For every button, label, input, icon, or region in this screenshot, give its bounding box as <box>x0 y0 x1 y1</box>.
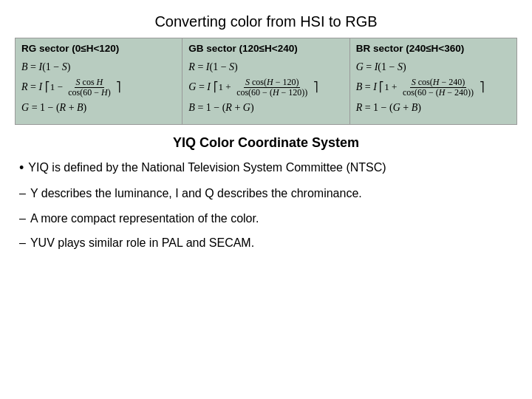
sector-br-formulas: G = I(1 − S) B = I ⎡1 + S cos(H − 240) c… <box>356 58 511 117</box>
yiq-bullet-1-text: YIQ is defined by the National Televisio… <box>28 158 386 177</box>
yiq-dash-2: – A more compact representation of the c… <box>19 209 513 228</box>
dash-icon-3: – <box>19 233 26 253</box>
sector-gb-formulas: R = I(1 − S) G = I ⎡1 + S cos(H − 120) c… <box>188 58 343 117</box>
bullet-icon: • <box>19 158 24 178</box>
formula-rg-1: B = I(1 − S) <box>21 58 176 76</box>
formula-rg-3: G = 1 − (R + B) <box>21 99 176 117</box>
page-title: Converting color from HSI to RGB <box>15 13 517 30</box>
formula-gb-3: B = 1 − (R + G) <box>188 99 343 117</box>
formula-gb-1: R = I(1 − S) <box>188 58 343 76</box>
formula-br-1: G = I(1 − S) <box>356 58 511 76</box>
sector-br-header: BR sector (240≤H<360) <box>356 43 511 54</box>
dash-icon-1: – <box>19 184 26 203</box>
formula-rg-2: R = I ⎡1 − S cos H cos(60 − H) ⎤ <box>21 78 176 98</box>
sector-rg-formulas: B = I(1 − S) R = I ⎡1 − S cos H cos(60 −… <box>21 58 176 117</box>
yiq-dash-3-text: YUV plays similar role in PAL and SECAM. <box>30 233 513 253</box>
sector-rg-header: RG sector (0≤H<120) <box>21 43 176 54</box>
yiq-dash-1-text: Y describes the luminance, I and Q descr… <box>30 184 513 203</box>
sector-br: BR sector (240≤H<360) G = I(1 − S) B = I… <box>350 38 516 124</box>
yiq-bullet-1: • YIQ is defined by the National Televis… <box>19 158 513 178</box>
yiq-dash-1: – Y describes the luminance, I and Q des… <box>19 184 513 203</box>
formula-br-3: R = 1 − (G + B) <box>356 99 511 117</box>
sector-gb: GB sector (120≤H<240) R = I(1 − S) G = I… <box>183 38 349 124</box>
yiq-title: YIQ Color Coordinate System <box>19 135 513 151</box>
dash-icon-2: – <box>19 209 26 228</box>
yiq-body: • YIQ is defined by the National Televis… <box>19 158 513 253</box>
sector-gb-header: GB sector (120≤H<240) <box>188 43 343 54</box>
sector-rg: RG sector (0≤H<120) B = I(1 − S) R = I ⎡… <box>16 38 183 124</box>
sectors-table: RG sector (0≤H<120) B = I(1 − S) R = I ⎡… <box>15 38 517 125</box>
page: Converting color from HSI to RGB RG sect… <box>0 0 532 399</box>
yiq-dash-3: – YUV plays similar role in PAL and SECA… <box>19 233 513 253</box>
yiq-dash-2-text: A more compact representation of the col… <box>30 209 513 228</box>
formula-gb-2: G = I ⎡1 + S cos(H − 120) cos(60 − (H − … <box>188 78 343 98</box>
yiq-section: YIQ Color Coordinate System • YIQ is def… <box>15 135 517 259</box>
formula-br-2: B = I ⎡1 + S cos(H − 240) cos(60 − (H − … <box>356 78 511 98</box>
